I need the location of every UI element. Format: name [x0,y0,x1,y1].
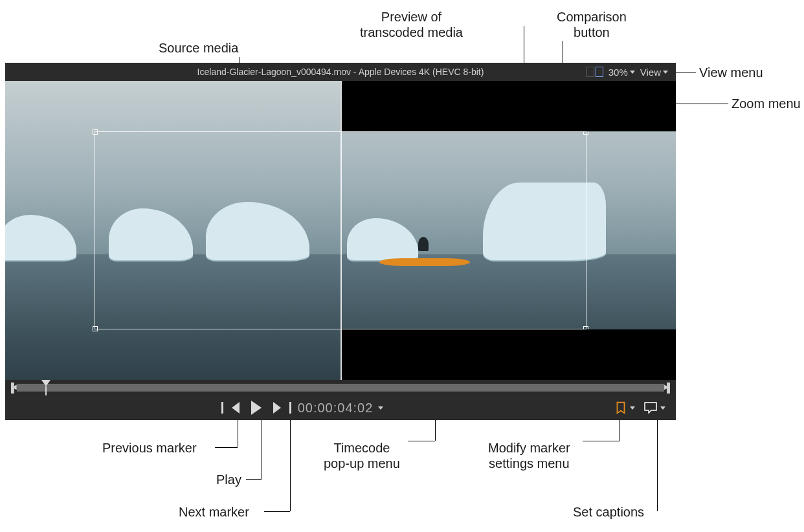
chevron-down-icon [378,406,383,410]
next-marker-button[interactable] [273,402,281,414]
timecode-value: 00:00:04:02 [298,401,374,416]
in-point-icon[interactable] [8,382,14,393]
comparison-divider[interactable] [341,81,342,380]
timeline[interactable] [5,380,676,395]
transport-controls: 00:00:04:02 [5,395,676,420]
callout-modify-marker-menu: Modify marker settings menu [488,440,570,471]
crop-handle[interactable] [93,326,98,331]
media-title: Iceland-Glacier-Lagoon_v000494.mov - App… [5,67,676,77]
view-menu[interactable]: View [640,67,668,78]
crop-handle[interactable] [93,129,98,135]
lead-line [408,441,435,441]
zoom-value: 30% [609,67,628,78]
play-icon [251,401,262,415]
lead-line [657,415,658,511]
lead-line [215,447,238,448]
set-captions-menu[interactable] [643,401,665,415]
preview-topbar: Iceland-Glacier-Lagoon_v000494.mov - App… [5,63,676,81]
timeline-track[interactable] [17,384,664,392]
chevron-down-icon [660,406,665,410]
modify-marker-settings-menu[interactable] [614,401,635,415]
callout-play: Play [216,472,241,487]
callout-preview-transcoded: Preview of transcoded media [360,9,463,40]
callout-zoom-menu: Zoom menu [731,96,801,111]
playhead[interactable] [41,380,50,386]
previous-marker-button[interactable] [232,402,240,414]
chevron-down-icon [630,71,635,74]
callout-source-media: Source media [159,40,238,56]
lead-line [264,511,290,512]
zoom-menu[interactable]: 30% [609,67,635,78]
callout-previous-marker: Previous marker [102,440,197,456]
play-button[interactable] [251,401,262,415]
preview-viewer[interactable] [5,81,676,380]
callout-comparison-button: Comparison button [557,9,627,40]
callout-timecode-menu: Timecode pop-up menu [324,440,400,471]
skip-forward-icon [273,402,281,414]
callout-next-marker: Next marker [179,504,249,520]
preview-editor-panel: Iceland-Glacier-Lagoon_v000494.mov - App… [5,63,676,420]
out-point-icon[interactable] [667,382,673,393]
lead-line [262,415,262,479]
lead-line [246,479,262,480]
timecode-popup-menu[interactable]: 00:00:04:02 [5,395,676,420]
callout-set-captions: Set captions [573,504,644,520]
speech-bubble-icon [643,401,658,415]
chevron-down-icon [663,71,668,74]
callout-view-menu: View menu [699,65,763,80]
view-label: View [640,67,661,78]
skip-back-icon [232,402,240,414]
comparison-button[interactable] [586,67,603,77]
bookmark-icon [614,401,628,415]
lead-line [290,415,291,511]
chevron-down-icon [630,406,635,410]
lead-line [583,441,620,441]
